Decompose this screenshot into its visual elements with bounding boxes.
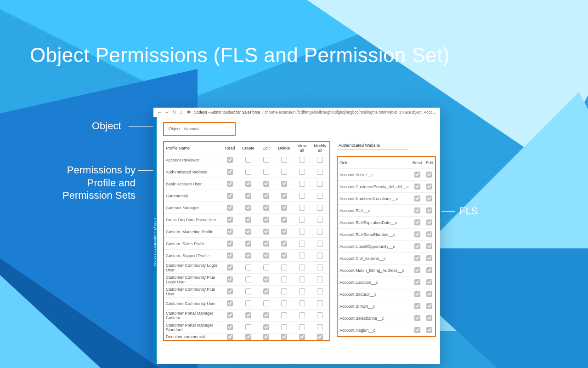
checkbox-icon[interactable] <box>245 300 251 306</box>
checkbox-icon[interactable] <box>263 264 269 270</box>
checkbox-icon[interactable] <box>317 334 323 340</box>
fls-selected-profile[interactable]: Authenticated Website <box>338 141 408 150</box>
checkbox-icon[interactable] <box>414 207 420 213</box>
checkbox-icon[interactable] <box>263 229 269 235</box>
checkbox-icon[interactable] <box>245 193 251 199</box>
checkbox-icon[interactable] <box>414 219 420 225</box>
checkbox-icon[interactable] <box>426 207 432 213</box>
table-row[interactable]: Cross Org Data Proxy User <box>164 214 329 226</box>
checkbox-icon[interactable] <box>426 196 432 201</box>
checkbox-icon[interactable] <box>281 157 287 163</box>
table-row[interactable]: Account.Location__c <box>338 276 435 288</box>
table-row[interactable]: Commercial <box>164 190 329 202</box>
checkbox-icon[interactable] <box>245 217 251 223</box>
checkbox-icon[interactable] <box>227 181 233 187</box>
checkbox-icon[interactable] <box>299 241 305 247</box>
checkbox-icon[interactable] <box>263 169 269 175</box>
checkbox-icon[interactable] <box>414 279 420 285</box>
checkbox-icon[interactable] <box>317 217 323 223</box>
table-row[interactable]: Customer Community Login User <box>164 262 329 274</box>
checkbox-icon[interactable] <box>299 334 305 340</box>
checkbox-icon[interactable] <box>414 172 420 178</box>
table-row[interactable]: Customer Community Plus User <box>164 286 329 298</box>
checkbox-icon[interactable] <box>281 324 287 330</box>
checkbox-icon[interactable] <box>414 327 420 333</box>
checkbox-icon[interactable] <box>299 276 305 282</box>
table-row[interactable]: Contract Manager <box>164 202 329 214</box>
checkbox-icon[interactable] <box>426 184 432 190</box>
checkbox-icon[interactable] <box>245 205 251 211</box>
table-row[interactable]: Account.SLA__c <box>338 205 435 217</box>
checkbox-icon[interactable] <box>281 312 287 318</box>
checkbox-icon[interactable] <box>317 157 323 163</box>
checkbox-icon[interactable] <box>426 315 432 321</box>
checkbox-icon[interactable] <box>317 312 323 318</box>
checkbox-icon[interactable] <box>317 193 323 199</box>
table-row[interactable]: Custom: Marketing Profile <box>164 226 329 238</box>
checkbox-icon[interactable] <box>281 264 287 270</box>
checkbox-icon[interactable] <box>263 324 269 330</box>
checkbox-icon[interactable] <box>227 241 233 247</box>
checkbox-icon[interactable] <box>227 193 233 199</box>
checkbox-icon[interactable] <box>227 217 233 223</box>
checkbox-icon[interactable] <box>426 219 432 225</box>
checkbox-icon[interactable] <box>426 255 432 261</box>
checkbox-icon[interactable] <box>281 193 287 199</box>
checkbox-icon[interactable] <box>299 169 305 175</box>
checkbox-icon[interactable] <box>227 334 233 340</box>
checkbox-icon[interactable] <box>299 253 305 259</box>
checkbox-icon[interactable] <box>245 324 251 330</box>
checkbox-icon[interactable] <box>414 291 420 297</box>
nav-back-icon[interactable]: ← <box>157 110 162 115</box>
checkbox-icon[interactable] <box>263 253 269 259</box>
checkbox-icon[interactable] <box>317 229 323 235</box>
table-row[interactable]: Account.SLASerialNumber__c <box>338 229 435 241</box>
checkbox-icon[interactable] <box>317 169 323 175</box>
checkbox-icon[interactable] <box>227 288 233 294</box>
checkbox-icon[interactable] <box>227 312 233 318</box>
checkbox-icon[interactable] <box>263 181 269 187</box>
checkbox-icon[interactable] <box>245 276 251 282</box>
checkbox-icon[interactable] <box>227 169 233 175</box>
checkbox-icon[interactable] <box>426 243 432 249</box>
checkbox-icon[interactable] <box>263 312 269 318</box>
checkbox-icon[interactable] <box>299 229 305 235</box>
checkbox-icon[interactable] <box>414 303 420 309</box>
checkbox-icon[interactable] <box>281 181 287 187</box>
checkbox-icon[interactable] <box>317 300 323 306</box>
checkbox-icon[interactable] <box>245 288 251 294</box>
table-row[interactable]: Account.Active__c <box>338 169 435 181</box>
checkbox-icon[interactable] <box>414 184 420 190</box>
checkbox-icon[interactable] <box>263 334 269 340</box>
checkbox-icon[interactable] <box>263 241 269 247</box>
checkbox-icon[interactable] <box>245 169 251 175</box>
checkbox-icon[interactable] <box>299 264 305 270</box>
table-row[interactable]: Account.UpsellOpportunity__c <box>338 241 435 253</box>
checkbox-icon[interactable] <box>299 312 305 318</box>
checkbox-icon[interactable] <box>317 205 323 211</box>
table-row[interactable]: Account.Secteur__c <box>338 288 435 300</box>
checkbox-icon[interactable] <box>227 229 233 235</box>
checkbox-icon[interactable] <box>245 181 251 187</box>
checkbox-icon[interactable] <box>317 288 323 294</box>
checkbox-icon[interactable] <box>414 255 420 261</box>
checkbox-icon[interactable] <box>317 276 323 282</box>
checkbox-icon[interactable] <box>263 205 269 211</box>
checkbox-icon[interactable] <box>426 267 432 273</box>
checkbox-icon[interactable] <box>263 157 269 163</box>
checkbox-icon[interactable] <box>245 312 251 318</box>
checkbox-icon[interactable] <box>299 324 305 330</box>
checkbox-icon[interactable] <box>281 300 287 306</box>
checkbox-icon[interactable] <box>227 276 233 282</box>
checkbox-icon[interactable] <box>245 157 251 163</box>
table-row[interactable]: Customer Community Plus Login User <box>164 274 329 286</box>
checkbox-icon[interactable] <box>299 217 305 223</box>
table-row[interactable]: Basic Account User <box>164 178 329 190</box>
checkbox-icon[interactable] <box>227 157 233 163</box>
checkbox-icon[interactable] <box>317 253 323 259</box>
checkbox-icon[interactable] <box>245 253 251 259</box>
table-row[interactable]: Account.Clef_externe__c <box>338 253 435 264</box>
checkbox-icon[interactable] <box>426 231 432 237</box>
checkbox-icon[interactable] <box>281 217 287 223</box>
checkbox-icon[interactable] <box>281 241 287 247</box>
